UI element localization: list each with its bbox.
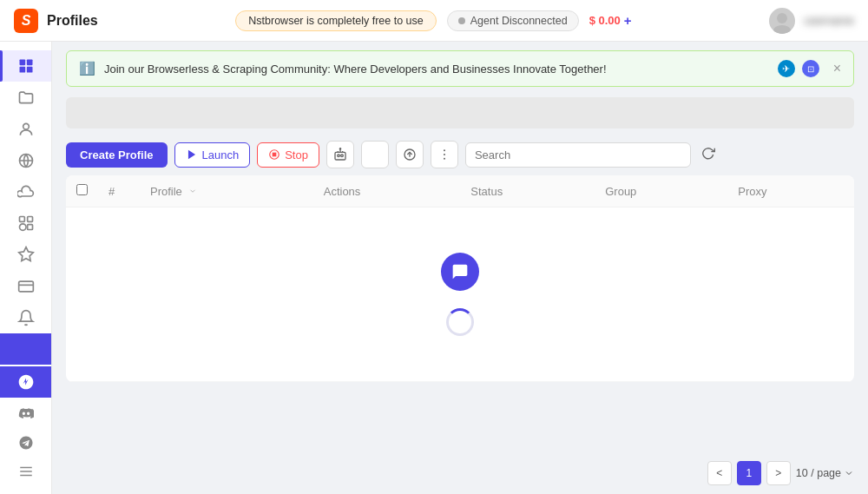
th-profile: Profile (140, 175, 313, 207)
th-proxy: Proxy (727, 175, 854, 207)
svg-rect-5 (26, 67, 32, 73)
loading-spinner (446, 308, 474, 336)
logo-icon: S (14, 9, 38, 33)
sidebar-item-profiles[interactable] (0, 50, 51, 82)
svg-point-6 (23, 123, 29, 129)
banner-close-button[interactable]: × (833, 61, 841, 76)
loading-area (76, 218, 844, 371)
page-size-selector[interactable]: 10 / page (796, 467, 854, 479)
th-checkbox[interactable] (66, 175, 98, 207)
banner-info-icon: ℹ️ (79, 61, 95, 76)
toolbar: Create Profile Launch Stop (52, 134, 868, 175)
pagination: < 1 > 10 / page (52, 452, 868, 494)
content-area: ℹ️ Join our Browserless & Scraping Commu… (52, 42, 868, 494)
topbar-left: S Profiles (14, 9, 98, 33)
sidebar-upgrade-banner[interactable] (0, 333, 51, 365)
svg-point-0 (777, 13, 787, 23)
banner-text: Join our Browserless & Scraping Communit… (104, 63, 769, 76)
svg-rect-19 (273, 153, 277, 157)
th-number: # (98, 175, 140, 207)
agent-status-badge[interactable]: Agent Disconnected (447, 10, 579, 31)
banner-social-links: ✈ ⊡ (778, 60, 819, 77)
robot-icon-button[interactable] (326, 141, 354, 168)
refresh-button[interactable] (698, 142, 719, 167)
svg-rect-12 (18, 281, 33, 292)
active-indicator (0, 50, 3, 82)
svg-marker-11 (18, 247, 33, 261)
sidebar-item-folders[interactable] (0, 82, 51, 113)
profiles-table: # Profile Actions Status Group Proxy (66, 175, 854, 382)
svg-rect-10 (27, 225, 32, 230)
sidebar-item-accounts[interactable] (0, 113, 51, 144)
select-all-checkbox[interactable] (76, 184, 88, 195)
svg-rect-2 (19, 60, 25, 66)
community-banner: ℹ️ Join our Browserless & Scraping Commu… (66, 50, 854, 87)
discord-link[interactable]: ⊡ (802, 60, 819, 77)
sidebar-item-cloud[interactable] (0, 176, 51, 207)
topbar-right: username (769, 8, 854, 34)
svg-point-22 (341, 155, 344, 157)
sidebar-item-favorites[interactable] (0, 239, 51, 270)
topbar: S Profiles Nstbrowser is completely free… (0, 0, 868, 42)
table-loading-row (66, 207, 854, 382)
sidebar (0, 42, 52, 494)
upload-icon-button[interactable] (396, 141, 424, 168)
agent-status-dot (458, 17, 465, 24)
svg-point-21 (338, 155, 340, 157)
sidebar-item-extensions[interactable] (0, 207, 51, 239)
sidebar-menu-icon[interactable] (0, 457, 51, 485)
app-title: Profiles (47, 13, 98, 29)
svg-rect-4 (19, 67, 25, 73)
more-options-button[interactable] (431, 141, 458, 168)
square-icon-button[interactable] (361, 141, 389, 168)
svg-marker-17 (187, 150, 194, 160)
svg-point-1 (773, 25, 791, 34)
sidebar-item-billing[interactable] (0, 270, 51, 301)
th-status: Status (460, 175, 595, 207)
table-header-row: # Profile Actions Status Group Proxy (66, 175, 854, 207)
svg-rect-8 (19, 217, 24, 222)
topbar-center: Nstbrowser is completely free to use Age… (235, 10, 631, 31)
avatar[interactable] (769, 8, 795, 34)
svg-point-27 (444, 158, 445, 160)
main-layout: ℹ️ Join our Browserless & Scraping Commu… (0, 42, 868, 494)
svg-rect-3 (26, 60, 32, 66)
stop-button[interactable]: Stop (257, 142, 319, 168)
promo-badge: Nstbrowser is completely free to use (235, 10, 436, 31)
svg-rect-20 (335, 152, 345, 160)
chat-fab-icon[interactable] (441, 253, 479, 291)
sidebar-launch-button[interactable] (0, 366, 51, 398)
search-input[interactable] (465, 142, 691, 168)
sidebar-discord-icon[interactable] (0, 399, 51, 428)
add-balance-button[interactable]: + (624, 13, 632, 28)
telegram-link[interactable]: ✈ (778, 60, 795, 77)
prev-page-button[interactable]: < (707, 461, 732, 485)
th-actions: Actions (313, 175, 461, 207)
sidebar-item-browser[interactable] (0, 145, 51, 176)
launch-button[interactable]: Launch (174, 142, 251, 168)
sidebar-telegram-icon[interactable] (0, 428, 51, 457)
th-group: Group (595, 175, 727, 207)
balance-display: $ 0.00 + (589, 13, 632, 28)
page-1-button[interactable]: 1 (737, 461, 761, 485)
svg-point-26 (444, 154, 445, 155)
user-name: username (804, 14, 854, 27)
next-page-button[interactable]: > (766, 461, 791, 485)
svg-point-23 (339, 148, 340, 149)
svg-rect-9 (27, 217, 32, 222)
table-container: # Profile Actions Status Group Proxy (52, 175, 868, 452)
svg-point-25 (444, 149, 445, 151)
create-profile-button[interactable]: Create Profile (66, 142, 168, 168)
filter-bar[interactable] (66, 97, 854, 128)
sidebar-item-notifications[interactable] (0, 302, 51, 333)
